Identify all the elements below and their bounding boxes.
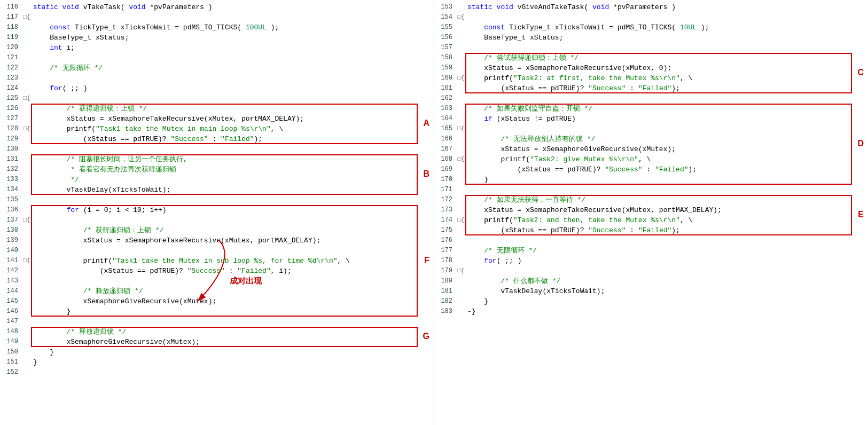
fold-button[interactable]: □{ [457,12,465,22]
line-number: 135 [0,195,22,205]
fold-button[interactable]: □{ [22,124,31,134]
code-content: BaseType_t xStatus; [31,33,434,43]
code-line: 132 * 看看它有无办法再次获得递归锁 [0,164,434,175]
code-content: (xStatus == pdTRUE)? "Success" : "Failed… [465,164,868,175]
fold-button[interactable]: □{ [22,256,31,266]
line-number: 122 [0,63,22,73]
line-number: 172 [434,195,457,205]
code-line: 130 [0,144,434,154]
line-number: 152 [0,367,22,377]
line-number: 147 [0,317,22,327]
code-content: * 看看它有无办法再次获得递归锁 [31,164,434,175]
code-content: for (i = 0; i < 10; i++) [31,205,434,215]
right-panel: 153static void vGiveAndTakeTask( void *p… [434,0,868,425]
code-line: 142 (xStatus == pdTRUE)? "Success" : "Fa… [0,266,434,276]
code-line: 148 /* 释放递归锁 */ [0,327,434,337]
line-number: 116 [0,2,22,12]
code-line: 150 } [0,347,434,357]
line-number: 168 [434,154,457,164]
line-number: 161 [434,83,457,93]
code-content: printf("Task1 take the Mutex in sub loop… [31,256,434,266]
code-content: xSemaphoreGiveRecursive(xMutex); [31,337,434,347]
code-line: 180 /* 什么都不做 */ [434,276,868,286]
code-line: 165□{ [434,124,868,134]
code-line: 122 /* 无限循环 */ [0,63,434,73]
code-line: 126 /* 获得递归锁：上锁 */ [0,104,434,114]
line-number: 123 [0,73,22,83]
fold-button[interactable]: □{ [22,215,31,225]
code-line: 179□{ [434,266,868,276]
fold-button[interactable]: □{ [457,215,465,225]
line-number: 167 [434,144,457,154]
line-number: 181 [434,286,457,296]
code-content [465,124,868,134]
line-number: 157 [434,43,457,53]
code-content: BaseType_t xStatus; [465,33,868,43]
code-content: printf("Task1 take the Mutex in main loo… [31,124,434,134]
code-line: 145 xSemaphoreGiveRecursive(xMutex); [0,296,434,306]
line-number: 164 [434,114,457,124]
code-line: 162 [434,93,868,104]
code-line: 181 vTaskDelay(xTicksToWait); [434,286,868,296]
code-line: 119 BaseType_t xStatus; [0,33,434,43]
code-line: 143 [0,276,434,286]
code-line: 146 } [0,306,434,317]
line-number: 120 [0,43,22,53]
code-content: const TickType_t xTicksToWait = pdMS_TO_… [465,22,868,33]
code-content: (xStatus == pdTRUE)? "Success" : "Failed… [465,83,868,93]
line-number: 180 [434,276,457,286]
code-line: 138 /* 获得递归锁：上锁 */ [0,225,434,235]
line-number: 182 [434,296,457,306]
code-content: /* 尝试获得递归锁：上锁 */ [465,53,868,63]
line-number: 121 [0,53,22,63]
code-content: for( ;; ) [31,83,434,93]
code-content: (xStatus == pdTRUE)? "Success" : "Failed… [31,266,434,276]
code-line: 135 [0,195,434,205]
line-number: 175 [434,225,457,235]
code-line: 173 xStatus = xSemaphoreTakeRecursive(xM… [434,205,868,215]
line-number: 119 [0,33,22,43]
line-number: 170 [434,175,457,185]
line-number: 126 [0,104,22,114]
code-line: 147 [0,317,434,327]
line-number: 137 [0,215,22,225]
code-line: 117□{ [0,12,434,22]
line-number: 156 [434,33,457,43]
code-line: 167 xStatus = xSemaphoreGiveRecursive(xM… [434,144,868,154]
code-line: 160□{ printf("Task2: at first, take the … [434,73,868,83]
line-number: 138 [0,225,22,235]
code-line: 134 vTaskDelay(xTicksToWait); [0,185,434,195]
fold-button[interactable]: □{ [457,124,465,134]
line-number: 155 [434,22,457,33]
code-line: 177 /* 无限循环 */ [434,246,868,256]
fold-button[interactable]: □{ [22,12,31,22]
code-line: 116static void vTakeTask( void *pvParame… [0,2,434,12]
code-content: /* 获得递归锁：上锁 */ [31,225,434,235]
code-content: vTaskDelay(xTicksToWait); [465,286,868,296]
code-content: -} [465,306,868,317]
code-content: /* 无限循环 */ [465,246,868,256]
code-content: /* 什么都不做 */ [465,276,868,286]
code-line: 168□{ printf("Task2: give Mutex %s\r\n",… [434,154,868,164]
line-number: 140 [0,246,22,256]
line-number: 131 [0,154,22,164]
line-number: 145 [0,296,22,306]
line-number: 136 [0,205,22,215]
code-line: 169 (xStatus == pdTRUE)? "Success" : "Fa… [434,164,868,175]
code-content: */ [31,175,434,185]
line-number: 153 [434,2,457,12]
code-content: /* 如果失败则监守自盗：开锁 */ [465,104,868,114]
fold-button[interactable]: □{ [22,93,31,104]
line-number: 154 [434,12,457,22]
fold-button[interactable]: □{ [457,154,465,164]
line-number: 150 [0,347,22,357]
code-line: 139 xStatus = xSemaphoreTakeRecursive(xM… [0,235,434,246]
fold-button[interactable]: □{ [457,266,465,276]
code-line: 163 /* 如果失败则监守自盗：开锁 */ [434,104,868,114]
line-number: 125 [0,93,22,104]
line-number: 179 [434,266,457,276]
code-line: 133 */ [0,175,434,185]
code-content: for( ;; ) [465,256,868,266]
fold-button[interactable]: □{ [457,73,465,83]
line-number: 163 [434,104,457,114]
